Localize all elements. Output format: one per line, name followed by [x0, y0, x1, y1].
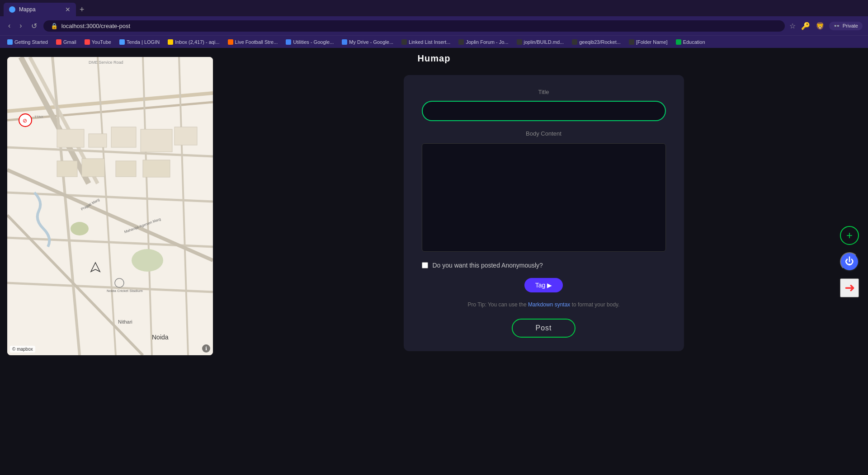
- tag-row: Tag ▶: [422, 278, 666, 292]
- tag-button[interactable]: Tag ▶: [524, 278, 563, 292]
- tab-close-button[interactable]: ✕: [65, 6, 71, 13]
- bookmark-football[interactable]: Live Football Stre...: [224, 38, 282, 46]
- post-button[interactable]: Post: [512, 319, 575, 338]
- page-content: Humap: [0, 48, 868, 475]
- active-tab[interactable]: Mappa ✕: [4, 3, 76, 16]
- bookmark-joplin-forum[interactable]: Joplin Forum - Jo...: [455, 38, 512, 46]
- mapbox-logo: © mapbox: [12, 347, 33, 352]
- bookmark-label: Utilities - Google...: [293, 39, 334, 45]
- bookmark-label: geeqib23/Rocket...: [579, 39, 621, 45]
- svg-rect-23: [143, 160, 170, 177]
- body-textarea[interactable]: [422, 143, 666, 252]
- pro-tip: Pro Tip: You can use the Markdown syntax…: [422, 301, 666, 308]
- bookmark-inbox[interactable]: Inbox (2,417) - aqi...: [164, 38, 223, 46]
- bookmark-label: Getting Started: [14, 39, 48, 45]
- reload-button[interactable]: ↺: [28, 21, 40, 31]
- bookmark-getting-started[interactable]: Getting Started: [4, 38, 52, 46]
- bookmark-youtube[interactable]: YouTube: [81, 38, 115, 46]
- map-attribution: © mapbox: [10, 346, 35, 353]
- map-container[interactable]: DME Service Road TTAX Pragati Marg Mahar…: [7, 57, 213, 355]
- anonymous-row: Do you want this posted Anonymously?: [422, 262, 666, 269]
- map-svg: DME Service Road TTAX Pragati Marg Mahar…: [7, 57, 213, 355]
- bookmark-favicon: [56, 39, 61, 45]
- add-float-button[interactable]: +: [840, 226, 859, 245]
- svg-rect-22: [116, 161, 136, 177]
- bookmark-label: Education: [683, 39, 705, 45]
- bookmark-education[interactable]: Education: [672, 38, 709, 46]
- bookmarks-bar: Getting Started Gmail YouTube Tenda | LO…: [0, 35, 868, 48]
- svg-point-25: [71, 222, 89, 235]
- svg-text:Nithari: Nithari: [118, 319, 132, 325]
- svg-rect-19: [175, 127, 197, 145]
- bookmark-label: Live Football Stre...: [235, 39, 278, 45]
- page-title: Humap: [0, 53, 868, 64]
- forward-button[interactable]: ›: [17, 21, 24, 31]
- bookmark-favicon: [228, 39, 233, 45]
- brave-shield-icon[interactable]: 🦁: [815, 21, 826, 31]
- bookmark-gmail[interactable]: Gmail: [52, 38, 80, 46]
- bookmark-my-drive[interactable]: My Drive - Google...: [338, 38, 397, 46]
- new-tab-button[interactable]: +: [76, 5, 88, 14]
- tab-bar: Mappa ✕ +: [0, 0, 868, 16]
- url-text: localhost:3000/create-post: [61, 23, 130, 29]
- tab-favicon: [9, 6, 15, 13]
- browser-chrome: Mappa ✕ + ‹ › ↺ 🔒 localhost:3000/create-…: [0, 0, 868, 48]
- bookmark-geeqib[interactable]: geeqib23/Rocket...: [568, 38, 624, 46]
- power-float-button[interactable]: ⏻: [840, 252, 859, 271]
- page-title-bar: Humap: [0, 48, 868, 69]
- bookmark-label: Tenda | LOGIN: [127, 39, 160, 45]
- tab-title: Mappa: [19, 6, 36, 13]
- bookmark-utilities[interactable]: Utilities - Google...: [282, 38, 337, 46]
- bookmark-favicon: [119, 39, 125, 45]
- svg-rect-20: [57, 161, 77, 177]
- bookmark-joplin-build[interactable]: joplin/BUILD.md...: [513, 38, 568, 46]
- bookmark-favicon: [7, 39, 13, 45]
- bookmark-linked-list[interactable]: Linked List Insert...: [398, 38, 454, 46]
- right-float-buttons: + ⏻ ➜: [840, 226, 859, 297]
- pro-tip-text: Pro Tip: You can use the: [468, 301, 527, 308]
- anonymous-checkbox[interactable]: [422, 262, 428, 268]
- svg-point-24: [132, 249, 163, 272]
- bookmark-label: [Folder Name]: [636, 39, 668, 45]
- anonymous-label: Do you want this posted Anonymously?: [433, 262, 543, 269]
- svg-rect-16: [89, 134, 107, 147]
- address-bar[interactable]: 🔒 localhost:3000/create-post: [43, 20, 785, 32]
- pro-tip-end: to format your body.: [572, 301, 620, 308]
- address-bar-row: ‹ › ↺ 🔒 localhost:3000/create-post ☆ 🔑 🦁…: [0, 16, 868, 35]
- bookmark-label: Joplin Forum - Jo...: [466, 39, 508, 45]
- bookmark-favicon: [517, 39, 522, 45]
- map-section: DME Service Road TTAX Pragati Marg Mahar…: [0, 48, 219, 475]
- glasses-icon: 👓: [834, 23, 840, 29]
- bookmark-favicon: [286, 39, 291, 45]
- lock-icon: 🔒: [51, 23, 58, 29]
- browser-icons: ☆ 🔑 🦁: [788, 21, 826, 31]
- bookmark-tenda[interactable]: Tenda | LOGIN: [116, 38, 163, 46]
- bookmark-favicon: [85, 39, 90, 45]
- svg-rect-21: [82, 159, 104, 177]
- bookmark-label: YouTube: [92, 39, 111, 45]
- svg-rect-18: [141, 129, 172, 152]
- svg-text:TTAX: TTAX: [34, 115, 44, 119]
- bookmark-label: joplin/BUILD.md...: [524, 39, 564, 45]
- markdown-link[interactable]: Markdown syntax: [528, 301, 570, 308]
- svg-text:Noida Cricket Stadium: Noida Cricket Stadium: [107, 289, 143, 293]
- bookmark-label: My Drive - Google...: [349, 39, 393, 45]
- map-info-button[interactable]: ℹ: [202, 344, 210, 353]
- bookmark-star-icon[interactable]: ☆: [788, 21, 797, 31]
- key-icon[interactable]: 🔑: [800, 21, 811, 31]
- form-card: Title Body Content Do you want this post…: [404, 75, 684, 351]
- bookmark-label: Inbox (2,417) - aqi...: [175, 39, 219, 45]
- title-label: Title: [422, 89, 666, 95]
- bookmark-label: Linked List Insert...: [409, 39, 450, 45]
- back-button[interactable]: ‹: [5, 21, 13, 31]
- bookmark-folder[interactable]: [Folder Name]: [625, 38, 671, 46]
- post-btn-row: Post: [422, 319, 666, 338]
- bookmark-favicon: [572, 39, 577, 45]
- bookmark-favicon: [458, 39, 464, 45]
- svg-text:Noida: Noida: [152, 334, 169, 341]
- bookmark-favicon: [676, 39, 681, 45]
- private-label: Private: [843, 23, 858, 28]
- title-input[interactable]: [422, 101, 666, 121]
- logout-float-button[interactable]: ➜: [840, 278, 859, 297]
- bookmark-favicon: [401, 39, 407, 45]
